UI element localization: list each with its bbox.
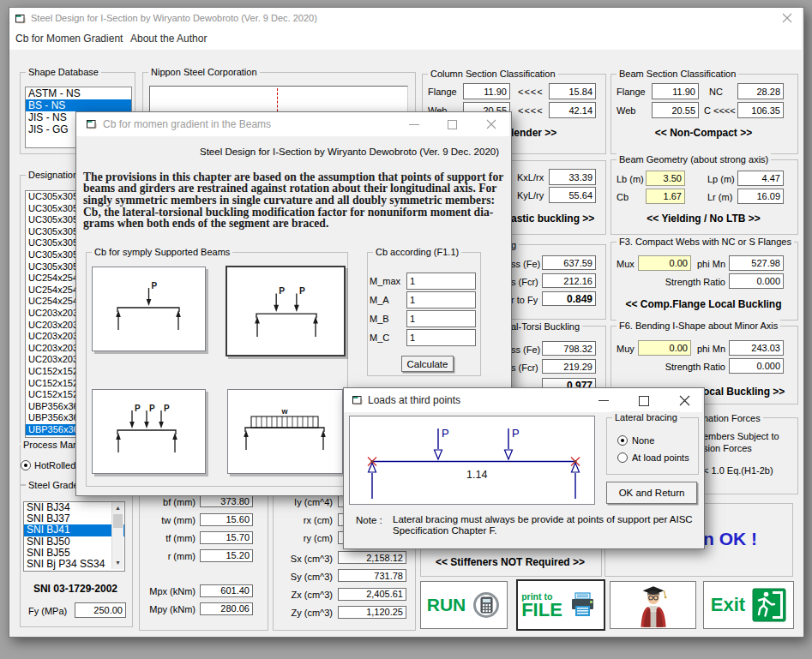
steel-grade-item[interactable]: SNI BJ34: [24, 502, 124, 513]
kxlrx-value[interactable]: 33.39: [549, 169, 596, 185]
print-to-file-button[interactable]: print to FILE: [516, 579, 605, 631]
props-right-row-label: Zx (cm^3): [291, 589, 333, 601]
note-line1: Lateral bracing must always be provide a…: [393, 513, 693, 525]
print-to-file-label: print to FILE: [521, 591, 562, 619]
lr-value[interactable]: 16.09: [737, 189, 784, 204]
menu-item-about[interactable]: About the Author: [130, 32, 207, 45]
props-left-row-value[interactable]: 280.06: [200, 602, 253, 615]
cb-dialog-close-icon[interactable]: [486, 119, 496, 129]
e4-row2-value[interactable]: 219.29: [542, 359, 596, 374]
props-right-row-value[interactable]: 1,120.25: [338, 606, 406, 619]
props-left-row-value[interactable]: 15.60: [200, 513, 253, 526]
file-label: FILE: [521, 602, 562, 619]
beam-web-value[interactable]: 20.55: [652, 102, 699, 118]
m-row-input[interactable]: [406, 329, 476, 346]
bracing-radio-atload-label[interactable]: At load points: [632, 452, 689, 464]
steel-grade-item[interactable]: SNI BJ37: [24, 513, 124, 524]
cb-input[interactable]: 1.67: [646, 189, 685, 204]
column-flange-value[interactable]: 11.90: [463, 83, 510, 99]
exit-button[interactable]: Exit: [703, 581, 794, 629]
beam-picture-3[interactable]: PPP: [92, 389, 206, 474]
scrollbar-up-icon[interactable]: ▲: [112, 503, 123, 513]
scrollbar-down-icon[interactable]: ▼: [112, 558, 123, 568]
m-row-input[interactable]: [406, 273, 476, 290]
scrollbar-thumb[interactable]: [113, 514, 123, 528]
beam-flange-value[interactable]: 11.90: [652, 83, 699, 99]
bracing-radio-atload[interactable]: [617, 452, 628, 463]
menu-item-cb-gradient[interactable]: Cb for Momen Gradient: [15, 32, 123, 45]
main-window-close-icon[interactable]: [782, 13, 792, 23]
shape-database-item[interactable]: ASTM - NS: [26, 87, 131, 99]
f3-result: << Comp.Flange Local Buckling: [611, 298, 797, 310]
m-row-input[interactable]: [406, 310, 476, 327]
process-radio-hotrolled[interactable]: [21, 460, 31, 470]
cb-dialog-subtitle: Steel Design for I-Section by Wiryanto D…: [200, 146, 499, 158]
props-left-row-value[interactable]: 15.70: [200, 531, 253, 544]
loads-dialog-close-icon[interactable]: [679, 395, 690, 406]
steel-grade-scrollbar[interactable]: ▲ ▼: [111, 502, 123, 569]
steel-grade-item[interactable]: SNI BJ50: [24, 536, 124, 548]
e3-row2-value[interactable]: 212.16: [542, 273, 596, 288]
lb-input[interactable]: 3.50: [646, 171, 685, 186]
m-row-label: M_A: [370, 294, 389, 306]
props-left-row-value[interactable]: 601.40: [200, 584, 253, 597]
author-button[interactable]: [610, 581, 696, 629]
cb-dialog-minimize-icon[interactable]: [409, 124, 419, 125]
column-web-limit[interactable]: 42.14: [549, 102, 596, 118]
lp-value[interactable]: 4.47: [737, 171, 784, 186]
mux-input[interactable]: 0.00: [638, 255, 691, 271]
beam-geometry-result: << Yielding / No LTB >>: [611, 213, 797, 225]
run-button[interactable]: RUN: [420, 581, 508, 629]
f3-phimn-value[interactable]: 527.98: [729, 255, 784, 271]
beam-picture-4[interactable]: w: [227, 389, 343, 474]
calculate-button[interactable]: Calculate: [401, 356, 454, 372]
steel-grade-list[interactable]: SNI BJ34 SNI BJ37 SNI BJ41 SNI BJ50 SNI …: [23, 501, 125, 572]
props-right-row-value[interactable]: 731.78: [338, 569, 406, 582]
ok-and-return-button[interactable]: OK and Return: [606, 482, 697, 504]
kylry-label: KyL/ry: [517, 189, 544, 201]
mux-label: Mux: [617, 258, 635, 270]
point-load-label: P: [152, 281, 158, 291]
cb-paragraph-line: beams and girders are restrained against…: [83, 182, 496, 194]
props-right-row-value[interactable]: 2,158.12: [338, 551, 406, 564]
column-flange-limit[interactable]: 15.84: [549, 83, 596, 99]
stiffeners-text: << Stiffeners NOT Required >>: [420, 555, 600, 568]
m-row-input[interactable]: [406, 291, 476, 309]
bracing-radio-none[interactable]: [617, 435, 628, 446]
beam-flange-limit[interactable]: 28.28: [737, 83, 784, 99]
props-left-row-value[interactable]: 15.20: [200, 549, 253, 562]
props-right-row-value[interactable]: 2,405.61: [338, 588, 406, 601]
e4-row1-value[interactable]: 798.32: [542, 341, 596, 356]
point-load-label: P: [279, 286, 285, 296]
f6-phimn-label: phi Mn: [697, 343, 725, 355]
steel-grade-item[interactable]: SNI BJ41: [24, 524, 124, 536]
fy-value[interactable]: 250.00: [75, 602, 126, 618]
process-radio-label[interactable]: HotRolled: [34, 459, 75, 471]
kxlrx-label: KxL/rx: [517, 171, 544, 183]
point-load-label: P: [135, 404, 141, 413]
cb-dialog-maximize-icon[interactable]: [448, 120, 457, 129]
props-right-row-label: Sy (cm^3): [291, 571, 333, 583]
shape-database-item[interactable]: BS - NS: [26, 99, 131, 111]
fy-label: Fy (MPa): [28, 605, 67, 617]
f6-phimn-value[interactable]: 243.03: [729, 340, 784, 356]
e3-row1-value[interactable]: 637.59: [542, 255, 596, 270]
beam-diagram-distributed: w: [228, 390, 342, 473]
loads-dialog-minimize-icon[interactable]: [598, 400, 609, 401]
props-left-row-label: Mpx (kNm): [149, 585, 195, 597]
steel-grade-item[interactable]: SNI BJ55: [24, 548, 124, 559]
steel-grade-item[interactable]: SNI Bj P34 SS34: [24, 559, 124, 570]
props-left-row-value[interactable]: 373.80: [200, 494, 253, 507]
beam-picture-1[interactable]: P: [92, 267, 206, 351]
f6-sr-value[interactable]: 0.000: [729, 358, 784, 374]
e3-row3-value[interactable]: 0.849: [542, 291, 596, 306]
props-left-row-label: r (mm): [168, 550, 195, 562]
loads-dialog-maximize-icon[interactable]: [639, 396, 649, 406]
f3-sr-value[interactable]: 0.000: [729, 273, 784, 289]
beam-picture-2[interactable]: PP: [226, 266, 346, 356]
beam-web-limit[interactable]: 106.35: [737, 102, 784, 118]
bracing-radio-none-label[interactable]: None: [632, 434, 654, 446]
kylry-value[interactable]: 55.64: [549, 187, 596, 203]
muy-input[interactable]: 0.00: [638, 340, 691, 356]
point-load-label: P: [164, 404, 170, 413]
